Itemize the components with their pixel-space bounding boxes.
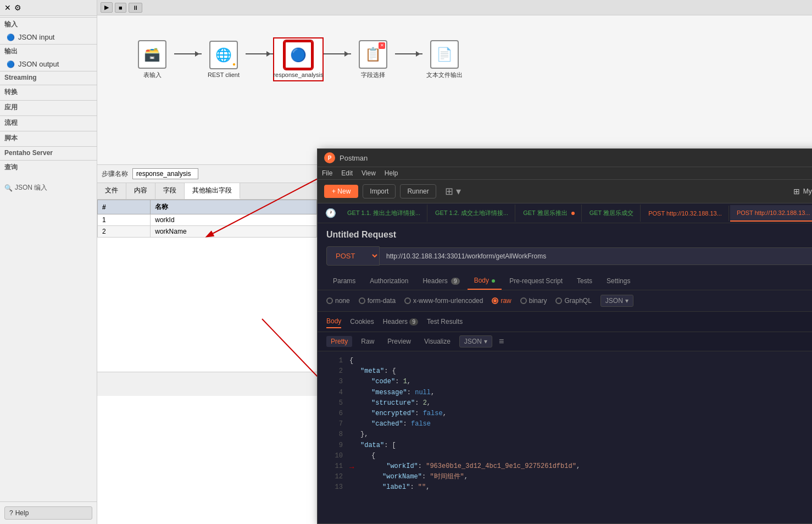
resp-tab-headers[interactable]: Headers 9 — [383, 316, 418, 328]
code-line-11: 11 "workId": "963e0b1e_3d12_4bc1_9e1c_92… — [326, 461, 812, 472]
url-input[interactable] — [380, 247, 812, 265]
new-button[interactable]: + New — [324, 185, 358, 198]
method-badge: GET — [523, 209, 535, 216]
nav-tests[interactable]: Tests — [570, 273, 599, 289]
method-badge: GET — [435, 209, 447, 216]
node-responseAnalysis[interactable]: 🔵 response_analysis — [276, 41, 320, 78]
workspace-grid-icon: ⊞ — [793, 187, 800, 196]
radio-none[interactable]: none — [326, 297, 350, 305]
resp-tab-body[interactable]: Body — [326, 315, 341, 328]
view-raw[interactable]: Raw — [357, 336, 379, 347]
req-tab-2[interactable]: GET 雅居乐推出 — [516, 205, 582, 222]
code-line-12: 12"workName": "时间组件", — [326, 472, 812, 482]
restClient-label: REST client — [208, 71, 240, 78]
json-format-selector[interactable]: JSON ▾ — [459, 335, 492, 348]
node-tableInput[interactable]: 🗃️ 表输入 — [130, 40, 174, 79]
json-response[interactable]: 1{ 2"meta": { 3"code": 1, 4"message": nu… — [318, 351, 812, 523]
sidebar: ✕ ⚙ 输入 🔵 JSON input 输出 🔵 JSON output Str… — [0, 0, 97, 524]
step-name-input[interactable] — [132, 168, 198, 179]
format-selector[interactable]: JSON ▾ — [600, 295, 633, 307]
pause-btn[interactable]: ⏸ — [129, 3, 142, 13]
node-fieldSelect[interactable]: 📋 ✕ 字段选择 — [351, 40, 395, 79]
postman-window: P Postman File Edit View Help + New Impo… — [317, 148, 812, 524]
code-line-1: 1{ — [326, 356, 812, 366]
req-tab-4[interactable]: POST http://10.32.188.13... — [642, 206, 729, 221]
cell-num: 1 — [98, 214, 151, 226]
transform-flow: 🗃️ 表输入 🌐 ● REST client 🔵 — [97, 15, 812, 103]
view-visualize[interactable]: Visualize — [420, 336, 455, 347]
node-restClient[interactable]: 🌐 ● REST client — [202, 41, 246, 78]
resp-tab-testresults[interactable]: Test Results — [427, 316, 463, 328]
menu-view[interactable]: View — [361, 169, 376, 177]
main-area: ▶ ■ ⏸ 🗃️ 表输入 🌐 ● REST client — [97, 0, 812, 524]
view-preview[interactable]: Preview — [383, 336, 415, 347]
tab-other-fields[interactable]: 其他输出字段 — [185, 183, 240, 199]
section-output: 输出 — [0, 44, 97, 58]
menu-edit[interactable]: Edit — [341, 169, 353, 177]
tableInput-label: 表输入 — [143, 71, 162, 79]
radio-urlencoded[interactable]: x-www-form-urlencoded — [404, 297, 483, 305]
cell-name: workName — [151, 226, 316, 238]
node-textOutput[interactable]: 📄 文本文件输出 — [422, 40, 466, 79]
sidebar-item-json-input[interactable]: 🔵 JSON input — [0, 31, 97, 43]
kettle-canvas: ▶ ■ ⏸ 🗃️ 表输入 🌐 ● REST client — [97, 0, 812, 165]
radio-raw[interactable]: raw — [492, 297, 511, 305]
red-arrow-indicator: → — [349, 461, 354, 473]
nav-headers[interactable]: Headers 9 — [416, 273, 466, 289]
section-app: 应用 — [0, 100, 97, 114]
radio-binary[interactable]: binary — [520, 297, 547, 305]
sidebar-item-json-output[interactable]: 🔵 JSON output — [0, 58, 97, 70]
view-pretty[interactable]: Pretty — [326, 336, 352, 347]
settings-icon[interactable]: ⚙ — [14, 3, 21, 12]
radio-circle-binary — [520, 297, 527, 304]
menu-help[interactable]: Help — [385, 169, 398, 177]
view-options: Pretty Raw Preview Visualize JSON ▾ ≡ — [318, 332, 812, 351]
responseAnalysis-label: response_analysis — [273, 71, 323, 78]
cell-num: 2 — [98, 226, 151, 238]
nav-prerequest[interactable]: Pre-request Script — [503, 273, 569, 289]
close-icon[interactable]: ✕ — [4, 3, 11, 12]
request-tabs: 🕐 GET 1.1. 推出土地详情接... GET 1.2. 成交土地详情接..… — [318, 203, 812, 223]
stop-btn[interactable]: ■ — [115, 3, 126, 13]
req-tab-5[interactable]: POST http://10.32.188.13... — [730, 205, 812, 222]
nav-auth[interactable]: Authorization — [363, 273, 415, 289]
fieldSelect-icon: 📋 ✕ — [359, 40, 387, 69]
req-tab-1[interactable]: GET 1.2. 成交土地详情接... — [429, 205, 515, 222]
section-script: 脚本 — [0, 131, 97, 145]
req-tab-0[interactable]: GET 1.1. 推出土地详情接... — [341, 205, 427, 222]
tab-fields[interactable]: 字段 — [155, 183, 185, 199]
nav-settings[interactable]: Settings — [600, 273, 637, 289]
radio-formdata[interactable]: form-data — [359, 297, 396, 305]
wrap-icon[interactable]: ≡ — [499, 337, 504, 346]
response-tabs-row: Body Cookies Headers 9 Test Results ⤢ — [318, 312, 812, 332]
req-tab-3[interactable]: GET 雅居乐成交 — [583, 205, 641, 222]
restClient-icon: 🌐 ● — [209, 41, 238, 69]
runner-button[interactable]: Runner — [400, 184, 436, 198]
postman-menubar: File Edit View Help — [318, 167, 812, 180]
nav-body[interactable]: Body — [468, 272, 502, 290]
resp-tab-cookies[interactable]: Cookies — [350, 316, 374, 328]
menu-file[interactable]: File — [322, 169, 332, 177]
nav-params[interactable]: Params — [326, 273, 362, 289]
section-input: 输入 — [0, 17, 97, 31]
cell-name: workId — [151, 214, 316, 226]
radio-graphql[interactable]: GraphQL — [555, 297, 591, 305]
method-select[interactable]: POST GET PUT DELETE — [326, 246, 380, 266]
code-line-10: 10{ — [326, 451, 812, 461]
radio-urlencoded-label: x-www-form-urlencoded — [413, 297, 483, 305]
sidebar-header: ✕ ⚙ — [0, 0, 97, 16]
method-badge: GET — [589, 209, 602, 216]
col-num: # — [98, 200, 151, 214]
help-button[interactable]: ? Help — [4, 506, 92, 520]
radio-none-label: none — [335, 297, 350, 305]
tab-file[interactable]: 文件 — [97, 183, 126, 199]
run-btn[interactable]: ▶ — [101, 2, 113, 13]
code-line-7: 7"cached": false — [326, 419, 812, 429]
history-icon[interactable]: 🕐 — [322, 203, 340, 223]
tab-content[interactable]: 内容 — [126, 183, 155, 199]
view-toggle[interactable]: ⊞ ▾ — [441, 183, 465, 200]
workspace-selector[interactable]: ⊞ My Workspace ▾ — [793, 187, 812, 196]
sidebar-item-label: JSON input — [18, 33, 54, 41]
import-button[interactable]: Import — [363, 184, 396, 198]
section-streaming: Streaming — [0, 71, 97, 84]
